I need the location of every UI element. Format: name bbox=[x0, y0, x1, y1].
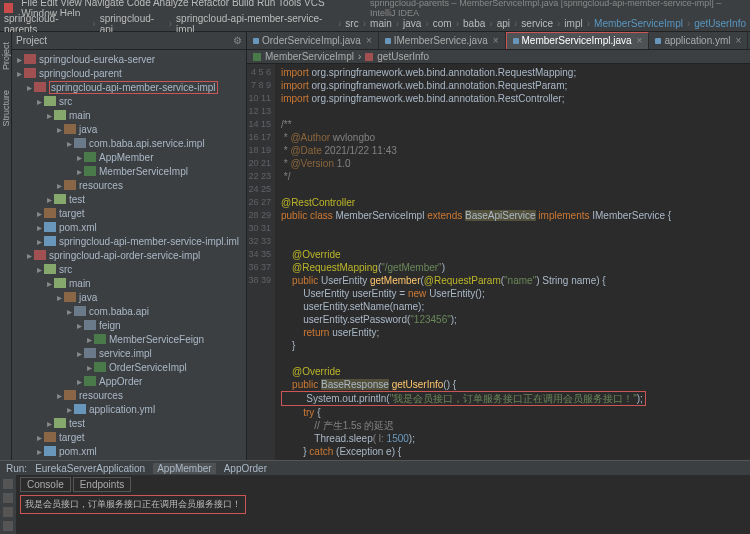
tree-row[interactable]: ▸main bbox=[12, 276, 246, 290]
chevron-icon[interactable]: ▸ bbox=[84, 362, 94, 373]
menu-item[interactable]: Code bbox=[127, 0, 151, 8]
tree-row[interactable]: ▸resources bbox=[12, 388, 246, 402]
breadcrumb-item[interactable]: MemberServiceImpl bbox=[594, 18, 683, 29]
run-config[interactable]: EurekaServerApplication bbox=[35, 463, 145, 474]
chevron-icon[interactable]: ▸ bbox=[44, 194, 54, 205]
sidebar-tab-structure[interactable]: Structure bbox=[1, 90, 11, 127]
breadcrumb-item[interactable]: api bbox=[497, 18, 510, 29]
breadcrumb-item[interactable]: getUserInfo bbox=[694, 18, 746, 29]
tree-row[interactable]: ▸springcloud-parent bbox=[12, 66, 246, 80]
chevron-icon[interactable]: ▸ bbox=[64, 404, 74, 415]
menu-item[interactable]: Run bbox=[257, 0, 275, 8]
chevron-icon[interactable]: ▸ bbox=[74, 152, 84, 163]
tree-row[interactable]: ▸test bbox=[12, 192, 246, 206]
tree-row[interactable]: ▸pom.xml bbox=[12, 220, 246, 234]
chevron-icon[interactable]: ▸ bbox=[74, 166, 84, 177]
chevron-icon[interactable]: ▸ bbox=[24, 250, 34, 261]
tree-row[interactable]: ▸test bbox=[12, 416, 246, 430]
close-icon[interactable]: × bbox=[637, 35, 643, 46]
stop-icon[interactable] bbox=[3, 493, 13, 503]
chevron-icon[interactable]: ▸ bbox=[24, 82, 34, 93]
tree-row[interactable]: ▸com.baba.api.service.impl bbox=[12, 136, 246, 150]
menu-item[interactable]: Tools bbox=[278, 0, 301, 8]
menu-item[interactable]: Edit bbox=[40, 0, 57, 8]
tree-row[interactable]: ▸springcloud-eureka-server bbox=[12, 52, 246, 66]
chevron-icon[interactable]: ▸ bbox=[34, 446, 44, 457]
chevron-icon[interactable]: ▸ bbox=[74, 348, 84, 359]
chevron-icon[interactable]: ▸ bbox=[54, 124, 64, 135]
breadcrumb-item[interactable]: impl bbox=[564, 18, 582, 29]
editor-tab[interactable]: IMemberService.java× bbox=[379, 32, 506, 50]
menu-item[interactable]: Navigate bbox=[85, 0, 124, 8]
tree-row[interactable]: ▸MemberServiceFeign bbox=[12, 332, 246, 346]
chevron-icon[interactable]: ▸ bbox=[74, 320, 84, 331]
menu-item[interactable]: Refactor bbox=[191, 0, 229, 8]
console-tab[interactable]: Console bbox=[20, 477, 71, 492]
chevron-icon[interactable]: ▸ bbox=[84, 334, 94, 345]
tree-row[interactable]: ▸src bbox=[12, 262, 246, 276]
close-icon[interactable]: × bbox=[493, 35, 499, 46]
editor-tab[interactable]: OrderServiceImpl.java× bbox=[247, 32, 379, 50]
chevron-icon[interactable]: ▸ bbox=[34, 432, 44, 443]
editor[interactable]: 4 5 6 7 8 9 10 11 12 13 14 15 16 17 18 1… bbox=[247, 64, 750, 460]
down-icon[interactable] bbox=[3, 507, 13, 517]
menu-item[interactable]: Build bbox=[232, 0, 254, 8]
editor-tab[interactable]: application.yml× bbox=[649, 32, 748, 50]
tree-row[interactable]: ▸com.baba.api bbox=[12, 304, 246, 318]
tree-row[interactable]: ▸OrderServiceImpl bbox=[12, 360, 246, 374]
chevron-icon[interactable]: ▸ bbox=[34, 236, 44, 247]
breadcrumb-item[interactable]: main bbox=[370, 18, 392, 29]
tree-row[interactable]: ▸service.impl bbox=[12, 346, 246, 360]
menu-item[interactable]: Analyze bbox=[153, 0, 189, 8]
chevron-icon[interactable]: ▸ bbox=[34, 222, 44, 233]
trash-icon[interactable] bbox=[3, 521, 13, 531]
run-config[interactable]: AppMember bbox=[153, 463, 215, 474]
chevron-icon[interactable]: ▸ bbox=[44, 418, 54, 429]
close-icon[interactable]: × bbox=[736, 35, 742, 46]
tree-row[interactable]: ▸resources bbox=[12, 178, 246, 192]
tree-row[interactable]: ▸springcloud-api-member-service-impl bbox=[12, 80, 246, 94]
subcrumb-method[interactable]: getUserInfo bbox=[377, 51, 429, 62]
tree-row[interactable]: ▸java bbox=[12, 122, 246, 136]
chevron-icon[interactable]: ▸ bbox=[54, 390, 64, 401]
close-icon[interactable]: × bbox=[366, 35, 372, 46]
chevron-icon[interactable]: ▸ bbox=[64, 306, 74, 317]
tree-row[interactable]: ▸feign bbox=[12, 318, 246, 332]
tree-row[interactable]: ▸AppMember bbox=[12, 150, 246, 164]
run-config[interactable]: AppOrder bbox=[224, 463, 267, 474]
console-tab[interactable]: Endpoints bbox=[73, 477, 131, 492]
breadcrumb-item[interactable]: com bbox=[433, 18, 452, 29]
tree-row[interactable]: ▸AppOrder bbox=[12, 374, 246, 388]
breadcrumb-item[interactable]: src bbox=[345, 18, 358, 29]
chevron-icon[interactable]: ▸ bbox=[14, 68, 24, 79]
chevron-icon[interactable]: ▸ bbox=[34, 96, 44, 107]
chevron-icon[interactable]: ▸ bbox=[54, 292, 64, 303]
tree-row[interactable]: ▸springcloud-api-member-service-impl.iml bbox=[12, 234, 246, 248]
tree-row[interactable]: ▸main bbox=[12, 108, 246, 122]
chevron-icon[interactable]: ▸ bbox=[44, 110, 54, 121]
tree-row[interactable]: ▸java bbox=[12, 290, 246, 304]
menu-item[interactable]: File bbox=[21, 0, 37, 8]
breadcrumb-item[interactable]: baba bbox=[463, 18, 485, 29]
subcrumb-class[interactable]: MemberServiceImpl bbox=[265, 51, 354, 62]
tree-row[interactable]: ▸pom.xml bbox=[12, 444, 246, 458]
tree-row[interactable]: ▸springcloud-api-order-service-impl bbox=[12, 248, 246, 262]
tree-row[interactable]: ▸application.yml bbox=[12, 402, 246, 416]
chevron-icon[interactable]: ▸ bbox=[44, 278, 54, 289]
sidebar-tab-project[interactable]: Project bbox=[1, 42, 11, 70]
editor-tab[interactable]: MemberServiceImpl.java× bbox=[506, 32, 650, 50]
project-tree[interactable]: ▸springcloud-eureka-server▸springcloud-p… bbox=[12, 50, 246, 460]
tree-row[interactable]: ▸target bbox=[12, 206, 246, 220]
chevron-icon[interactable]: ▸ bbox=[34, 208, 44, 219]
chevron-icon[interactable]: ▸ bbox=[54, 180, 64, 191]
tree-row[interactable]: ▸target bbox=[12, 430, 246, 444]
tree-row[interactable]: ▸src bbox=[12, 94, 246, 108]
rerun-icon[interactable] bbox=[3, 479, 13, 489]
menu-item[interactable]: VCS bbox=[304, 0, 325, 8]
gear-icon[interactable]: ⚙ bbox=[233, 35, 242, 46]
menu-item[interactable]: View bbox=[60, 0, 82, 8]
code-lines[interactable]: import org.springframework.web.bind.anno… bbox=[275, 64, 750, 460]
tree-row[interactable]: ▸MemberServiceImpl bbox=[12, 164, 246, 178]
breadcrumb-item[interactable]: service bbox=[521, 18, 553, 29]
chevron-icon[interactable]: ▸ bbox=[64, 138, 74, 149]
